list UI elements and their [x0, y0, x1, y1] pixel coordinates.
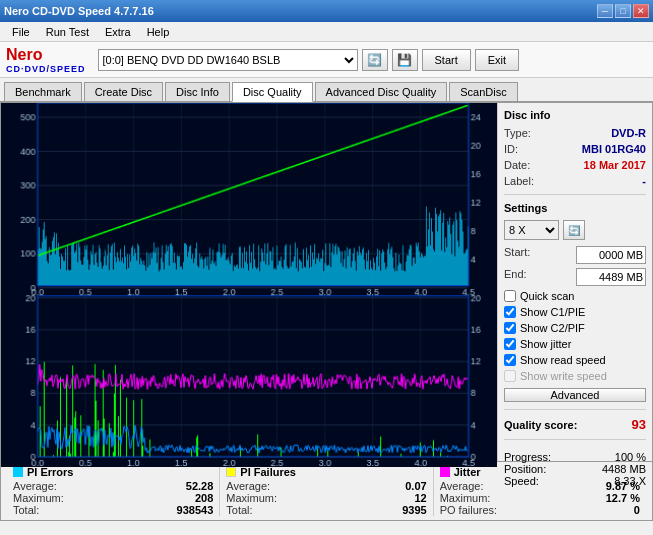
quick-scan-row: Quick scan	[504, 290, 646, 302]
stats-footer: PI Errors Average: 52.28 Maximum: 208 To…	[0, 462, 653, 521]
disc-type-row: Type: DVD-R	[504, 127, 646, 139]
show-read-speed-checkbox[interactable]	[504, 354, 516, 366]
start-input[interactable]	[576, 246, 646, 264]
pi-failures-legend	[226, 467, 236, 477]
show-c2pif-row: Show C2/PIF	[504, 322, 646, 334]
start-button[interactable]: Start	[422, 49, 471, 71]
pi-errors-avg: Average: 52.28	[13, 480, 213, 492]
toolbar: Nero CD·DVD/SPEED [0:0] BENQ DVD DD DW16…	[0, 42, 653, 78]
settings-title: Settings	[504, 202, 646, 214]
separator-2	[504, 409, 646, 410]
tab-benchmark[interactable]: Benchmark	[4, 82, 82, 101]
pi-errors-title: PI Errors	[27, 466, 73, 478]
disc-info-title: Disc info	[504, 109, 646, 121]
separator-1	[504, 194, 646, 195]
logo-sub: CD·DVD/SPEED	[6, 64, 86, 74]
pi-failures-total: Total: 9395	[226, 504, 426, 516]
disc-date-label: Date:	[504, 159, 530, 171]
charts-area	[1, 103, 497, 461]
show-write-speed-checkbox[interactable]	[504, 370, 516, 382]
quality-score-label: Quality score:	[504, 419, 577, 431]
show-c1pie-label: Show C1/PIE	[520, 306, 585, 318]
tab-disc-info[interactable]: Disc Info	[165, 82, 230, 101]
maximize-button[interactable]: □	[615, 4, 631, 18]
disc-type-label: Type:	[504, 127, 531, 139]
tab-bar: Benchmark Create Disc Disc Info Disc Qua…	[0, 78, 653, 102]
show-read-speed-row: Show read speed	[504, 354, 646, 366]
advanced-button[interactable]: Advanced	[504, 388, 646, 402]
window-controls: ─ □ ✕	[597, 4, 649, 18]
pi-failures-stat: PI Failures Average: 0.07 Maximum: 12 To…	[220, 466, 433, 516]
disc-date-row: Date: 18 Mar 2017	[504, 159, 646, 171]
speed-setting: 8 X 4 X Max 🔄	[504, 220, 646, 240]
quick-scan-label: Quick scan	[520, 290, 574, 302]
menu-run-test[interactable]: Run Test	[38, 24, 97, 40]
disc-date-value: 18 Mar 2017	[584, 159, 646, 171]
speed-refresh-button[interactable]: 🔄	[563, 220, 585, 240]
app-logo: Nero CD·DVD/SPEED	[6, 46, 86, 74]
separator-3	[504, 439, 646, 440]
jitter-avg: Average: 9.87 %	[440, 480, 640, 492]
quick-scan-checkbox[interactable]	[504, 290, 516, 302]
jitter-stat: Jitter Average: 9.87 % Maximum: 12.7 % P…	[434, 466, 646, 516]
exit-button[interactable]: Exit	[475, 49, 519, 71]
start-label: Start:	[504, 246, 530, 264]
chart-canvas	[1, 103, 497, 467]
progress-row: Progress: 100 %	[504, 451, 646, 463]
show-c1pie-checkbox[interactable]	[504, 306, 516, 318]
jitter-po-failures: PO failures: 0	[440, 504, 640, 516]
pi-errors-legend	[13, 467, 23, 477]
end-input[interactable]	[576, 268, 646, 286]
disc-label-label: Label:	[504, 175, 534, 187]
progress-label: Progress:	[504, 451, 551, 463]
quality-score-row: Quality score: 93	[504, 417, 646, 432]
show-c1pie-row: Show C1/PIE	[504, 306, 646, 318]
end-label: End:	[504, 268, 527, 286]
main-content: Disc info Type: DVD-R ID: MBI 01RG40 Dat…	[0, 102, 653, 462]
tab-advanced-disc-quality[interactable]: Advanced Disc Quality	[315, 82, 448, 101]
disc-id-row: ID: MBI 01RG40	[504, 143, 646, 155]
jitter-max: Maximum: 12.7 %	[440, 492, 640, 504]
pi-errors-max: Maximum: 208	[13, 492, 213, 504]
show-jitter-row: Show jitter	[504, 338, 646, 350]
jitter-header: Jitter	[440, 466, 640, 478]
minimize-button[interactable]: ─	[597, 4, 613, 18]
drive-selector[interactable]: [0:0] BENQ DVD DD DW1640 BSLB	[98, 49, 358, 71]
quality-score-value: 93	[632, 417, 646, 432]
disc-label-value: -	[642, 175, 646, 187]
show-write-speed-row: Show write speed	[504, 370, 646, 382]
disc-id-label: ID:	[504, 143, 518, 155]
progress-value: 100 %	[615, 451, 646, 463]
tab-scan-disc[interactable]: ScanDisc	[449, 82, 517, 101]
speed-selector[interactable]: 8 X 4 X Max	[504, 220, 559, 240]
pi-errors-stat: PI Errors Average: 52.28 Maximum: 208 To…	[7, 466, 220, 516]
title-bar: Nero CD-DVD Speed 4.7.7.16 ─ □ ✕	[0, 0, 653, 22]
jitter-title: Jitter	[454, 466, 481, 478]
show-c2pif-label: Show C2/PIF	[520, 322, 585, 334]
show-c2pif-checkbox[interactable]	[504, 322, 516, 334]
save-button[interactable]: 💾	[392, 49, 418, 71]
show-jitter-checkbox[interactable]	[504, 338, 516, 350]
close-button[interactable]: ✕	[633, 4, 649, 18]
menu-file[interactable]: File	[4, 24, 38, 40]
start-row: Start:	[504, 246, 646, 264]
pi-errors-total: Total: 938543	[13, 504, 213, 516]
disc-label-row: Label: -	[504, 175, 646, 187]
pi-errors-header: PI Errors	[13, 466, 213, 478]
jitter-legend	[440, 467, 450, 477]
menu-help[interactable]: Help	[139, 24, 178, 40]
menu-bar: File Run Test Extra Help	[0, 22, 653, 42]
app-title: Nero CD-DVD Speed 4.7.7.16	[4, 5, 154, 17]
right-panel: Disc info Type: DVD-R ID: MBI 01RG40 Dat…	[497, 103, 652, 461]
pi-failures-title: PI Failures	[240, 466, 296, 478]
menu-extra[interactable]: Extra	[97, 24, 139, 40]
end-row: End:	[504, 268, 646, 286]
refresh-button[interactable]: 🔄	[362, 49, 388, 71]
tab-create-disc[interactable]: Create Disc	[84, 82, 163, 101]
logo-nero: Nero	[6, 46, 86, 64]
pi-failures-avg: Average: 0.07	[226, 480, 426, 492]
show-read-speed-label: Show read speed	[520, 354, 606, 366]
show-write-speed-label: Show write speed	[520, 370, 607, 382]
tab-disc-quality[interactable]: Disc Quality	[232, 82, 313, 102]
disc-id-value: MBI 01RG40	[582, 143, 646, 155]
